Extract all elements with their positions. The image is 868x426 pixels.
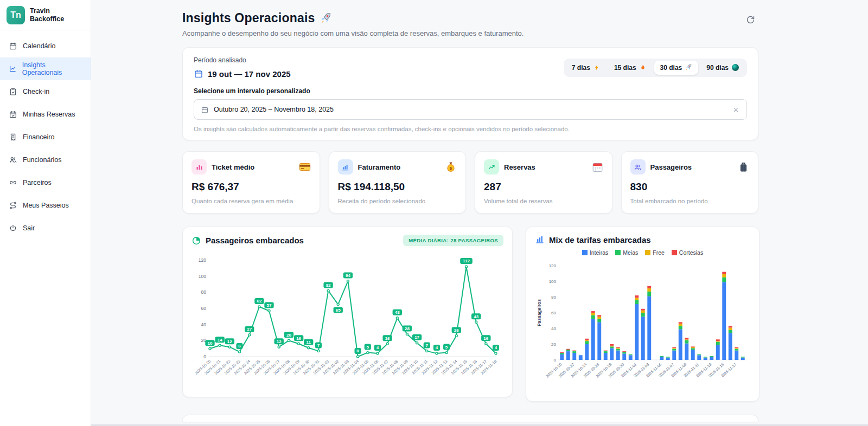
luggage-icon — [738, 162, 749, 173]
svg-text:12: 12 — [277, 339, 282, 344]
bar-chart-icon — [192, 159, 207, 175]
users-icon — [630, 159, 646, 175]
calendar-icon — [9, 42, 17, 50]
date-range-value[interactable] — [214, 106, 727, 113]
sidebar-item-label: Calendário — [23, 42, 55, 50]
passengers-line-chart: 0204060801001202025-10-202025-10-212025-… — [192, 249, 503, 389]
refresh-icon — [746, 15, 755, 24]
sidebar-item-minhas-reservas[interactable]: Minhas Reservas — [0, 103, 91, 126]
svg-text:20: 20 — [551, 342, 556, 347]
legend-label: Meias — [623, 249, 638, 256]
kpi-caption: Quanto cada reserva gera em média — [192, 198, 311, 204]
page-subtitle: Acompanhe o desempenho do seu negócio co… — [182, 29, 524, 37]
date-range-input[interactable] — [194, 99, 747, 120]
money-bag-icon: $ — [445, 161, 457, 173]
brand[interactable]: Tn Travin Backoffice — [0, 0, 91, 30]
page-title-text: Insights Operacionais — [182, 11, 315, 25]
sidebar: Tn Travin Backoffice Calendário Insights… — [0, 0, 91, 426]
clear-date-button[interactable] — [732, 106, 740, 114]
preset-15-dias-button[interactable]: 15 dias — [608, 61, 652, 75]
period-presets: 7 dias 15 dias 30 dias 90 dias — [564, 59, 747, 77]
svg-text:48: 48 — [395, 310, 400, 315]
sidebar-item-meus-passeios[interactable]: Meus Passeios — [0, 194, 91, 217]
planet-icon — [732, 64, 739, 71]
kpi-title: Reservas — [504, 163, 535, 171]
svg-text:80: 80 — [551, 295, 556, 300]
preset-label: 7 dias — [572, 64, 590, 72]
period-card: Período analisado 19 out — 17 nov 2025 7… — [182, 47, 758, 140]
sidebar-item-label: Funcionários — [23, 156, 62, 164]
kpi-faturamento: Faturamento $ R$ 194.118,50 Receita do p… — [329, 151, 467, 214]
rocket-icon — [685, 64, 692, 71]
chart-legend: Inteiras Meias Free Cortesias — [535, 249, 750, 256]
sidebar-item-parceiros[interactable]: Parceiros — [0, 171, 91, 194]
sidebar-item-funcionarios[interactable]: Funcionários — [0, 149, 91, 171]
sidebar-item-sair[interactable]: Sair — [0, 217, 91, 240]
svg-text:0: 0 — [554, 358, 557, 363]
svg-text:0: 0 — [356, 348, 359, 353]
svg-text:10: 10 — [208, 341, 213, 346]
column-chart-icon — [338, 159, 353, 175]
calendar-icon — [194, 69, 203, 79]
svg-text:7: 7 — [426, 343, 429, 348]
svg-text:$: $ — [450, 166, 452, 171]
pie-chart-icon — [192, 236, 201, 246]
svg-text:6: 6 — [238, 344, 241, 348]
sidebar-item-label: Check-in — [23, 88, 49, 95]
app-logo: Tn — [7, 6, 25, 24]
svg-text:120: 120 — [549, 263, 557, 268]
bar-chart-icon — [535, 235, 545, 244]
svg-text:60: 60 — [551, 311, 556, 315]
svg-text:12: 12 — [227, 339, 232, 344]
svg-text:0: 0 — [203, 354, 206, 359]
preset-90-dias-button[interactable]: 90 dias — [700, 61, 745, 75]
kpi-value: R$ 194.118,50 — [338, 181, 457, 193]
close-icon — [733, 107, 739, 113]
period-summary: Período analisado 19 out — 17 nov 2025 — [194, 56, 291, 79]
legend-inteiras[interactable]: Inteiras — [582, 249, 608, 256]
link-icon — [9, 178, 17, 187]
custom-range-label: Selecione um intervalo personalizado — [194, 87, 747, 95]
preset-30-dias-button[interactable]: 30 dias — [654, 61, 699, 75]
svg-text:62: 62 — [257, 299, 261, 304]
svg-text:120: 120 — [199, 257, 206, 263]
users-icon — [9, 156, 17, 164]
svg-text:14: 14 — [218, 338, 222, 343]
sidebar-item-label: Meus Passeios — [23, 202, 69, 209]
kpi-row: Ticket médio R$ 676,37 Quanto cada reser… — [182, 151, 758, 214]
trend-up-icon — [484, 159, 499, 175]
next-section-card — [182, 415, 758, 422]
tariff-mix-chart-card: Mix de tarifas embarcadas Inteiras Meias… — [526, 227, 760, 402]
preset-7-dias-button[interactable]: 7 dias — [566, 61, 606, 75]
legend-cortesias[interactable]: Cortesias — [672, 249, 703, 256]
legend-meias[interactable]: Meias — [615, 249, 638, 256]
route-icon — [9, 201, 17, 210]
sidebar-item-financeiro[interactable]: Financeiro — [0, 126, 91, 149]
svg-text:40: 40 — [551, 326, 556, 331]
insights-icon — [9, 64, 17, 73]
kpi-title: Passageiros — [650, 163, 692, 171]
fire-icon — [640, 64, 646, 71]
refresh-button[interactable] — [743, 12, 758, 28]
chart-title: Mix de tarifas embarcadas — [549, 235, 651, 244]
legend-swatch — [615, 250, 621, 255]
svg-text:Passageiros: Passageiros — [537, 299, 542, 326]
sidebar-item-calendario[interactable]: Calendário — [0, 35, 91, 57]
period-range: 19 out — 17 nov 2025 — [208, 69, 291, 79]
legend-label: Inteiras — [590, 249, 608, 256]
kpi-value: 287 — [484, 181, 603, 193]
kpi-value: R$ 676,37 — [192, 181, 311, 193]
sidebar-item-check-in[interactable]: Check-in — [0, 80, 91, 103]
credit-card-icon — [299, 161, 311, 173]
charts-row: Passageiros embarcados MÉDIA DIÁRIA: 28 … — [182, 227, 758, 402]
svg-text:28: 28 — [405, 326, 410, 331]
svg-text:94: 94 — [346, 273, 350, 278]
svg-text:80: 80 — [201, 289, 207, 295]
daily-average-badge: MÉDIA DIÁRIA: 28 PASSAGEIROS — [403, 235, 503, 246]
svg-text:100: 100 — [549, 279, 557, 284]
legend-label: Free — [653, 249, 665, 256]
receipt-icon — [9, 133, 17, 141]
bolt-icon — [593, 64, 600, 71]
legend-free[interactable]: Free — [645, 249, 665, 256]
sidebar-item-insights[interactable]: Insights Operacionais — [0, 57, 91, 80]
